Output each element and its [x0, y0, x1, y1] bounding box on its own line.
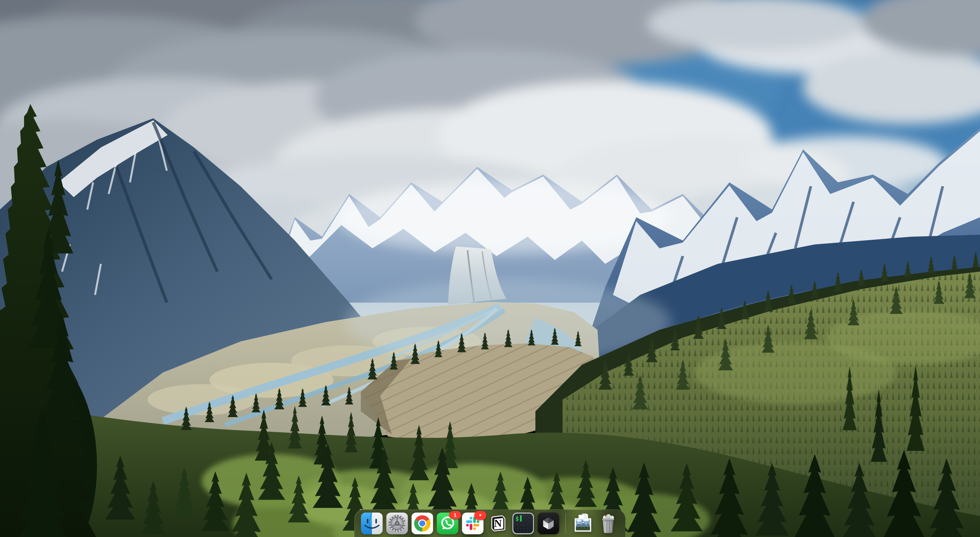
dock: 1 • N $: [355, 509, 626, 537]
dock-item-terminal[interactable]: $: [513, 513, 534, 534]
dock-item-downloads[interactable]: [572, 513, 594, 534]
downloads-stack-icon: [572, 513, 594, 534]
gear-icon: [386, 513, 408, 534]
wallpaper-image: [0, 0, 980, 537]
chrome-icon: [412, 513, 433, 534]
slack-notification-badge: •: [474, 511, 487, 520]
dock-item-finder[interactable]: [361, 513, 383, 534]
terminal-prompt-glyph: $: [516, 515, 519, 522]
dock-item-slack[interactable]: •: [462, 513, 484, 534]
dock-item-notion[interactable]: N: [487, 513, 509, 534]
photo-thumbnail: [575, 518, 591, 532]
finder-icon: [361, 513, 383, 534]
dock-item-chrome[interactable]: [412, 513, 433, 534]
terminal-icon: $: [513, 513, 534, 534]
dock-item-trash[interactable]: [597, 513, 619, 534]
dock-item-whatsapp[interactable]: 1: [437, 513, 459, 534]
dock-item-cube-3d[interactable]: [538, 513, 559, 534]
dock-separator: [566, 513, 566, 534]
cube-3d-icon: [538, 513, 559, 534]
dock-item-system-settings[interactable]: [386, 513, 408, 534]
whatsapp-notification-badge: 1: [449, 511, 461, 519]
notion-n-glyph: N: [487, 518, 509, 530]
trash-full-icon: [597, 513, 619, 534]
terminal-dot-grid: [516, 523, 531, 532]
terminal-cursor: [520, 515, 522, 521]
macos-desktop: 1 • N $: [0, 0, 980, 537]
